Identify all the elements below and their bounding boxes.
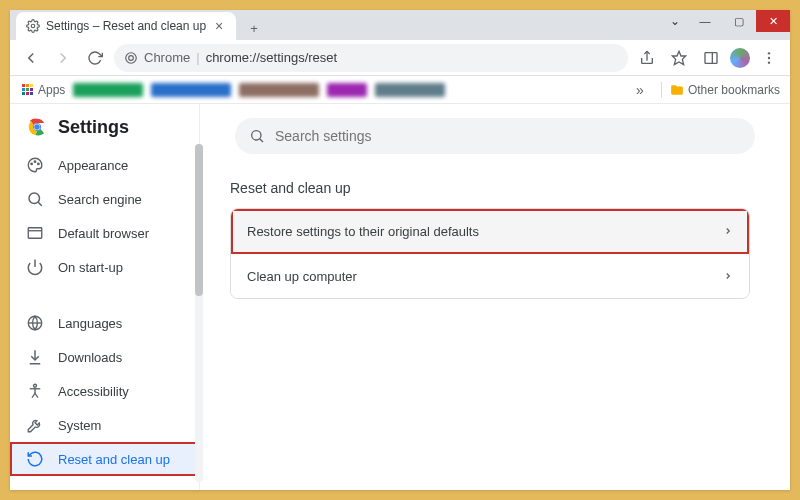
sidebar-item-downloads[interactable]: Downloads	[10, 340, 199, 374]
svg-point-2	[129, 55, 134, 60]
apps-shortcut[interactable]: Apps	[20, 83, 65, 97]
gear-icon	[26, 19, 40, 33]
row-restore-defaults[interactable]: Restore settings to their original defau…	[231, 209, 749, 254]
row-label: Clean up computer	[247, 269, 357, 284]
search-input[interactable]	[275, 128, 741, 144]
minimize-button[interactable]: —	[688, 10, 722, 32]
sidebar-item-startup[interactable]: On start-up	[10, 250, 199, 284]
nav-label: Accessibility	[58, 384, 129, 399]
maximize-button[interactable]: ▢	[722, 10, 756, 32]
nav-label: Default browser	[58, 226, 149, 241]
other-bookmarks-label: Other bookmarks	[688, 83, 780, 97]
settings-card: Restore settings to their original defau…	[230, 208, 750, 299]
globe-icon	[26, 314, 44, 332]
svg-line-29	[260, 139, 263, 142]
section-title: Reset and clean up	[230, 180, 760, 196]
bookmark-item[interactable]	[327, 83, 367, 97]
sidebar-item-appearance[interactable]: Appearance	[10, 148, 199, 182]
apps-icon	[20, 83, 34, 97]
folder-icon	[670, 83, 684, 97]
star-icon[interactable]	[666, 45, 692, 71]
nav-label: Languages	[58, 316, 122, 331]
settings-sidebar: Settings Appearance Search engine	[10, 104, 200, 490]
chrome-page-icon	[124, 51, 138, 65]
svg-marker-3	[672, 51, 685, 64]
sidebar-item-search-engine[interactable]: Search engine	[10, 182, 199, 216]
bookmark-item[interactable]	[375, 83, 445, 97]
svg-point-1	[126, 52, 137, 63]
bookmark-item[interactable]	[73, 83, 143, 97]
svg-point-15	[29, 193, 40, 204]
nav-label: System	[58, 418, 101, 433]
browser-tab[interactable]: Settings – Reset and clean up ×	[16, 12, 236, 40]
apps-label: Apps	[38, 83, 65, 97]
divider	[661, 82, 662, 98]
accessibility-icon	[26, 382, 44, 400]
svg-point-14	[38, 163, 40, 165]
share-icon[interactable]	[634, 45, 660, 71]
sidebar-item-languages[interactable]: Languages	[10, 306, 199, 340]
reset-icon	[26, 450, 44, 468]
nav-label: Reset and clean up	[58, 452, 170, 467]
download-icon	[26, 348, 44, 366]
wrench-icon	[26, 416, 44, 434]
titlebar: Settings – Reset and clean up × + ⌄ — ▢ …	[10, 10, 790, 40]
svg-point-22	[34, 384, 37, 387]
bookmark-item[interactable]	[239, 83, 319, 97]
settings-search[interactable]	[235, 118, 755, 154]
tab-title: Settings – Reset and clean up	[46, 19, 206, 33]
row-label: Restore settings to their original defau…	[247, 224, 479, 239]
side-panel-icon[interactable]	[698, 45, 724, 71]
bookmarks-overflow[interactable]: »	[627, 77, 653, 103]
address-bar[interactable]: Chrome | chrome://settings/reset	[114, 44, 628, 72]
nav-label: On start-up	[58, 260, 123, 275]
power-icon	[26, 258, 44, 276]
profile-avatar[interactable]	[730, 48, 750, 68]
forward-button[interactable]	[50, 45, 76, 71]
nav-label: Search engine	[58, 192, 142, 207]
svg-point-11	[34, 124, 40, 130]
svg-point-6	[768, 52, 770, 54]
sidebar-item-system[interactable]: System	[10, 408, 199, 442]
sidebar-item-reset[interactable]: Reset and clean up	[10, 442, 199, 476]
reload-button[interactable]	[82, 45, 108, 71]
sidebar-scrollbar[interactable]	[195, 144, 203, 482]
svg-point-8	[768, 61, 770, 63]
toolbar: Chrome | chrome://settings/reset	[10, 40, 790, 76]
new-tab-button[interactable]: +	[242, 16, 266, 40]
nav-list: Appearance Search engine Default browser	[10, 148, 199, 490]
sidebar-item-default-browser[interactable]: Default browser	[10, 216, 199, 250]
menu-icon[interactable]	[756, 45, 782, 71]
svg-point-28	[252, 131, 261, 140]
nav-label: Downloads	[58, 350, 122, 365]
close-window-button[interactable]: ✕	[756, 10, 790, 32]
url-path: chrome://settings/reset	[206, 50, 338, 65]
chrome-logo-icon	[26, 116, 48, 138]
chevron-right-icon	[723, 223, 733, 239]
bookmark-item[interactable]	[151, 83, 231, 97]
sidebar-item-accessibility[interactable]: Accessibility	[10, 374, 199, 408]
bookmarks-bar: Apps » Other bookmarks	[10, 76, 790, 104]
palette-icon	[26, 156, 44, 174]
settings-title: Settings	[58, 117, 129, 138]
close-tab-icon[interactable]: ×	[212, 19, 226, 33]
svg-point-7	[768, 56, 770, 58]
row-clean-up-computer[interactable]: Clean up computer	[231, 254, 749, 298]
svg-rect-4	[705, 52, 717, 63]
other-bookmarks[interactable]: Other bookmarks	[670, 83, 780, 97]
search-icon	[249, 128, 265, 144]
svg-point-13	[34, 161, 36, 163]
svg-line-16	[38, 202, 42, 206]
chevron-right-icon	[723, 268, 733, 284]
svg-point-12	[31, 163, 33, 165]
tab-overflow-button[interactable]: ⌄	[662, 10, 688, 32]
svg-rect-17	[28, 228, 42, 239]
browser-icon	[26, 224, 44, 242]
svg-point-0	[31, 24, 35, 28]
nav-label: Appearance	[58, 158, 128, 173]
main-panel: Reset and clean up Restore settings to t…	[200, 104, 790, 490]
back-button[interactable]	[18, 45, 44, 71]
window-controls: ⌄ — ▢ ✕	[662, 10, 790, 32]
url-separator: |	[196, 50, 199, 65]
url-scheme: Chrome	[144, 50, 190, 65]
